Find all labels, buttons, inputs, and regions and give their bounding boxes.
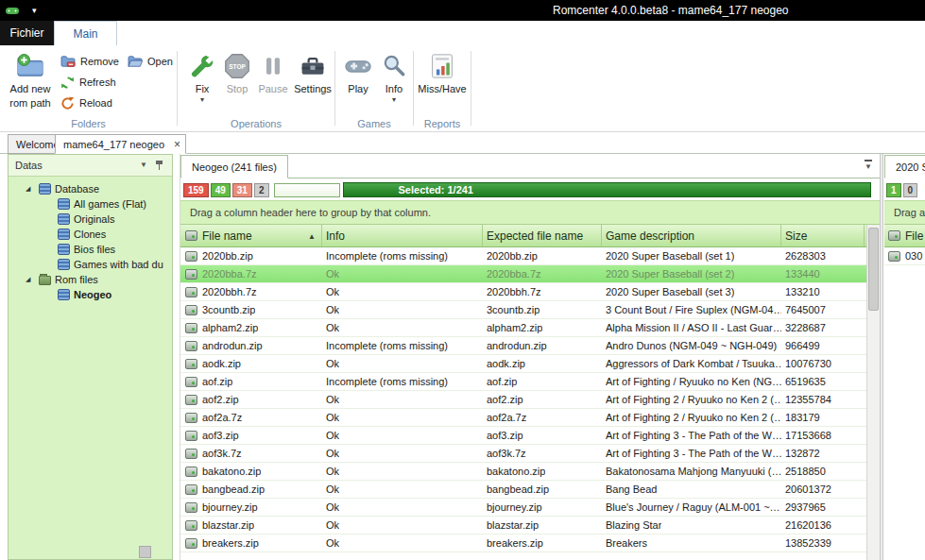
settings-button[interactable]: Settings bbox=[291, 51, 334, 95]
cell-text: Art of Fighting 3 - The Path of the W… bbox=[606, 448, 781, 459]
cell-c1: Ok bbox=[322, 517, 483, 534]
open-folder-icon bbox=[128, 55, 143, 68]
table-row[interactable]: bjourney.zipOkbjourney.zipBlue's Journey… bbox=[180, 499, 867, 517]
table-row[interactable]: aof3k.7zOkaof3k.7zArt of Fighting 3 - Th… bbox=[180, 445, 867, 463]
tab-neogeo-files[interactable]: Neogeo (241 files) bbox=[180, 155, 288, 178]
tree-item-database[interactable]: ◢Database bbox=[9, 181, 172, 196]
cell-text: 7645007 bbox=[785, 304, 826, 315]
pause-icon bbox=[255, 51, 291, 81]
cell-text: aof3.zip bbox=[202, 430, 239, 441]
cell-text: 17153668 bbox=[785, 430, 831, 441]
cell-c4: 2518850 bbox=[781, 463, 865, 480]
grid-menu-icon[interactable]: ▼ bbox=[865, 160, 872, 171]
stats-bar: 15949312 Selected: 1/241 bbox=[183, 182, 880, 197]
table-row[interactable]: 3countb.zipOk3countb.zip3 Count Bout / F… bbox=[180, 301, 867, 319]
reload-button[interactable]: Reload bbox=[60, 94, 112, 111]
column-header-info[interactable]: Info bbox=[322, 225, 483, 246]
cell-text: androdun.zip bbox=[487, 340, 547, 351]
refresh-button[interactable]: Refresh bbox=[60, 74, 116, 91]
table-row[interactable]: 2020bba.7zOk2020bba.7z2020 Super Basebal… bbox=[180, 265, 867, 283]
cell-c0: blazstar.zip bbox=[180, 517, 322, 534]
count-badge: 159 bbox=[183, 183, 209, 197]
cell-text: Incomplete (roms missing) bbox=[326, 376, 448, 387]
cell-text: Bang Bead bbox=[606, 484, 657, 495]
quick-access-caret-icon[interactable]: ▾ bbox=[32, 4, 37, 17]
tab-main[interactable]: Main bbox=[54, 21, 117, 45]
table-row[interactable]: androdun.zipIncomplete (roms missing)and… bbox=[180, 337, 867, 355]
cell-c2: aodk.zip bbox=[483, 355, 602, 372]
cell-text: 966499 bbox=[785, 340, 820, 351]
table-header: File name▲InfoExpected file nameGame des… bbox=[180, 225, 867, 247]
table-row[interactable]: alpham2.zipOkalpham2.zipAlpha Mission II… bbox=[180, 319, 867, 337]
table-row[interactable]: 2020bb.zipIncomplete (roms missing)2020b… bbox=[180, 247, 867, 265]
rom-icon bbox=[185, 467, 197, 477]
add-rom-path-button[interactable]: Add new rom path bbox=[5, 51, 56, 110]
info-button[interactable]: Info ▾ bbox=[377, 51, 411, 104]
table-row[interactable]: bakatono.zipOkbakatono.zipBakatonosama M… bbox=[180, 463, 867, 481]
table-row[interactable]: 2020bbh.7zOk2020bbh.7z2020 Super Basebal… bbox=[180, 283, 867, 301]
miss-have-button[interactable]: Miss/Have bbox=[417, 51, 468, 95]
table-row[interactable]: bangbead.zipOkbangbead.zipBang Bead20601… bbox=[180, 481, 867, 499]
table-row[interactable]: blazstar.zipOkblazstar.zipBlazing Star21… bbox=[180, 517, 867, 535]
rom-icon bbox=[185, 449, 197, 459]
cell-text: 2020bba.7z bbox=[487, 268, 541, 280]
detail-table-row[interactable]: 030 bbox=[884, 247, 925, 265]
column-header-expected-file-name[interactable]: Expected file name bbox=[483, 225, 602, 246]
tree-item-originals[interactable]: Originals bbox=[9, 212, 172, 227]
table-row[interactable]: aof.zipIncomplete (roms missing)aof.zipA… bbox=[180, 373, 867, 391]
expander-icon[interactable]: ◢ bbox=[26, 276, 39, 283]
panel-menu-icon[interactable]: ▼ bbox=[140, 155, 147, 176]
rom-icon bbox=[185, 377, 197, 387]
sidebar-scroll-grip[interactable] bbox=[139, 546, 151, 558]
report-icon bbox=[417, 51, 468, 81]
cell-c0: aodk.zip bbox=[180, 355, 322, 372]
panel-splitter[interactable] bbox=[880, 154, 883, 560]
detail-group-by-drop-zone[interactable]: Drag a bbox=[884, 200, 925, 225]
expander-icon[interactable]: ◢ bbox=[26, 185, 39, 193]
scrollbar-thumb[interactable] bbox=[868, 228, 879, 311]
tree-item-all-games-flat[interactable]: All games (Flat) bbox=[9, 196, 172, 212]
pin-icon[interactable] bbox=[155, 161, 163, 171]
detail-column-header[interactable]: File na bbox=[884, 225, 925, 247]
column-header-size[interactable]: Size bbox=[781, 225, 865, 246]
app-icon[interactable] bbox=[6, 5, 19, 16]
vertical-scrollbar[interactable] bbox=[866, 225, 880, 560]
remove-button[interactable]: Remove bbox=[60, 53, 119, 70]
open-button[interactable]: Open bbox=[128, 53, 173, 70]
fix-button[interactable]: Fix ▾ bbox=[185, 51, 219, 104]
cell-c1: Ok bbox=[322, 319, 483, 336]
column-header-file-name[interactable]: File name▲ bbox=[180, 225, 322, 246]
cell-text: Bakatonosama Mahjong Manyuuki (… bbox=[606, 466, 781, 477]
cell-c1: Ok bbox=[322, 355, 483, 372]
cell-c3: 3 Count Bout / Fire Suplex (NGM-04… bbox=[602, 301, 781, 318]
tab-welcome-label: Welcome bbox=[16, 139, 60, 150]
table-row[interactable]: aof2a.7zOkaof2a.7zArt of Fighting 2 / Ry… bbox=[180, 409, 867, 427]
tree-item-neogeo[interactable]: Neogeo bbox=[9, 287, 172, 302]
tab-fichier[interactable]: Fichier bbox=[0, 21, 54, 45]
table-row[interactable]: aodk.zipOkaodk.zipAggressors of Dark Kom… bbox=[180, 355, 867, 373]
cell-c0: 2020bba.7z bbox=[180, 265, 322, 282]
table-row[interactable]: breakers.zipOkbreakers.zipBreakers138523… bbox=[180, 535, 867, 552]
tree-item-label: Rom files bbox=[55, 274, 98, 285]
tree-item-bios-files[interactable]: Bios files bbox=[9, 242, 172, 257]
close-icon[interactable]: × bbox=[174, 135, 180, 154]
cell-c4: 133210 bbox=[781, 283, 865, 300]
group-by-drop-zone[interactable]: Drag a column header here to group by th… bbox=[180, 200, 880, 225]
pause-label: Pause bbox=[255, 83, 291, 95]
tab-mame64-177-neogeo[interactable]: mame64_177 neogeo × bbox=[55, 134, 186, 154]
cell-c4: 966499 bbox=[781, 337, 865, 354]
cell-c2: aof3k.7z bbox=[483, 445, 602, 462]
rom-icon bbox=[888, 230, 900, 241]
tab-game-detail[interactable]: 2020 Su bbox=[884, 155, 925, 178]
table-row[interactable]: aof3.zipOkaof3.zipArt of Fighting 3 - Th… bbox=[180, 427, 867, 445]
stop-button[interactable]: STOP Stop bbox=[219, 51, 255, 95]
tree-item-clones[interactable]: Clones bbox=[9, 227, 172, 242]
play-button[interactable]: Play bbox=[339, 51, 377, 95]
tree-item-games-with-bad-du[interactable]: Games with bad du bbox=[9, 257, 172, 272]
table-row[interactable]: aof2.zipOkaof2.zipArt of Fighting 2 / Ry… bbox=[180, 391, 867, 409]
rom-icon bbox=[185, 502, 197, 513]
pause-button[interactable]: Pause bbox=[255, 51, 291, 95]
tree-item-rom-files[interactable]: ◢Rom files bbox=[9, 272, 172, 287]
column-header-game-description[interactable]: Game description bbox=[602, 225, 781, 246]
group-label-reports: Reports bbox=[414, 118, 471, 129]
